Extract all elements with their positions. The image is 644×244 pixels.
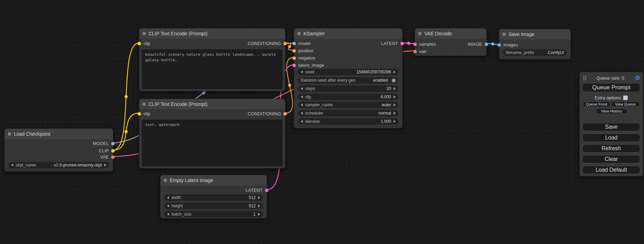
decrement-arrow-icon[interactable] [301, 71, 303, 73]
node-header[interactable]: CLIP Text Encode (Prompt) [139, 28, 285, 39]
widget-ckpt-name[interactable]: ckpt_name v1-5-pruned-emaonly.ckpt [8, 162, 109, 169]
vae-output-dot[interactable] [111, 155, 115, 159]
latent-input-dot[interactable] [292, 64, 296, 67]
collapse-toggle-icon[interactable] [418, 32, 422, 35]
toggle-indicator-icon[interactable] [392, 79, 396, 82]
load-default-button[interactable]: Load Default [582, 166, 640, 174]
latent-input-dot[interactable] [413, 43, 417, 46]
increment-arrow-icon[interactable] [394, 96, 396, 98]
queue-front-button[interactable]: Queue Front [583, 101, 610, 107]
collapse-toggle-icon[interactable] [164, 179, 167, 182]
increment-arrow-icon[interactable] [104, 164, 106, 166]
clip-input-dot[interactable] [138, 112, 141, 116]
collapse-toggle-icon[interactable] [142, 32, 146, 35]
node-header[interactable]: Save Image [499, 29, 571, 39]
output-slot-model: MODEL [93, 141, 115, 146]
slot-label: MODEL [93, 141, 109, 146]
node-clip-text-encode-negative[interactable]: CLIP Text Encode (Prompt) clip CONDITION… [139, 99, 285, 169]
node-ksampler[interactable]: KSampler model positive negative latent_… [294, 28, 403, 128]
model-output-dot[interactable] [111, 142, 115, 145]
widget-filename-prefix[interactable]: filename_prefix ComfyUI [503, 49, 567, 56]
prompt-textarea[interactable]: beautiful scenery nature glass bottle la… [142, 49, 282, 89]
latent-output-dot[interactable] [400, 42, 404, 45]
clear-button[interactable]: Clear [582, 155, 640, 163]
collapse-toggle-icon[interactable] [8, 132, 11, 136]
drag-handle-icon[interactable] [583, 76, 584, 77]
node-header[interactable]: Empty Latent Image [160, 175, 267, 186]
latent-output-dot[interactable] [265, 189, 268, 192]
increment-arrow-icon[interactable] [258, 196, 260, 199]
queue-panel: Queue size: 0 ⚙ Queue Prompt Extra optio… [579, 72, 643, 177]
conditioning-input-dot[interactable] [292, 56, 296, 60]
link-midpoint-dot [491, 43, 494, 46]
refresh-button[interactable]: Refresh [582, 144, 640, 153]
decrement-arrow-icon[interactable] [301, 120, 303, 123]
node-vae-decode[interactable]: VAE Decode samples vae IMAGE [415, 28, 487, 56]
node-empty-latent-image[interactable]: Empty Latent Image LATENT width 512 heig… [160, 175, 267, 219]
decrement-arrow-icon[interactable] [301, 87, 303, 90]
collapse-toggle-icon[interactable] [502, 33, 506, 36]
increment-arrow-icon[interactable] [394, 71, 396, 73]
node-header[interactable]: KSampler [294, 28, 402, 39]
view-queue-button[interactable]: View Queue [611, 101, 640, 107]
widget-height[interactable]: height 512 [164, 202, 263, 209]
widget-sampler-name[interactable]: sampler_name euler [298, 101, 399, 108]
node-header[interactable]: VAE Decode [415, 28, 486, 39]
widget-label: cfg [305, 94, 311, 99]
output-slot-latent: LATENT [381, 40, 404, 46]
prompt-textarea[interactable]: text, watermark [142, 120, 282, 166]
conditioning-output-dot[interactable] [283, 112, 287, 116]
widget-width[interactable]: width 512 [164, 194, 263, 201]
decrement-arrow-icon[interactable] [167, 205, 169, 207]
graph-canvas[interactable]: Load Checkpoint MODEL CLIP VAE ckpt_name… [0, 0, 644, 244]
increment-arrow-icon[interactable] [394, 120, 396, 123]
node-header[interactable]: Load Checkpoint [5, 129, 113, 139]
increment-arrow-icon[interactable] [394, 87, 396, 90]
node-load-checkpoint[interactable]: Load Checkpoint MODEL CLIP VAE ckpt_name… [4, 128, 113, 172]
output-slot-image: IMAGE [468, 41, 488, 47]
widget-batch-size[interactable]: batch_size 1 [164, 211, 263, 218]
clip-output-dot[interactable] [111, 149, 115, 153]
node-title: Save Image [509, 31, 535, 37]
settings-gear-icon[interactable]: ⚙ [635, 75, 640, 81]
queue-prompt-button[interactable]: Queue Prompt [582, 83, 640, 92]
load-button[interactable]: Load [582, 134, 640, 142]
image-input-dot[interactable] [497, 43, 501, 47]
decrement-arrow-icon[interactable] [167, 213, 169, 216]
widget-seed[interactable]: seed 156680208700286 [298, 69, 399, 75]
increment-arrow-icon[interactable] [394, 112, 396, 115]
collapse-toggle-icon[interactable] [297, 32, 301, 35]
input-slot-model: model [292, 40, 310, 46]
extra-options-checkbox[interactable] [623, 96, 628, 100]
model-input-dot[interactable] [292, 42, 296, 45]
widget-steps[interactable]: steps 20 [298, 85, 399, 92]
increment-arrow-icon[interactable] [394, 103, 396, 106]
node-header[interactable]: CLIP Text Encode (Prompt) [139, 99, 285, 109]
image-output-dot[interactable] [485, 43, 488, 46]
decrement-arrow-icon[interactable] [301, 112, 303, 115]
node-title: KSampler [303, 31, 325, 36]
slot-label: latent_image [298, 63, 324, 68]
collapse-toggle-icon[interactable] [142, 102, 146, 106]
decrement-arrow-icon[interactable] [301, 96, 303, 98]
vae-input-dot[interactable] [413, 50, 417, 53]
conditioning-input-dot[interactable] [292, 49, 296, 53]
view-history-button[interactable]: View History [596, 108, 627, 114]
save-button[interactable]: Save [582, 123, 640, 131]
decrement-arrow-icon[interactable] [11, 164, 13, 166]
conditioning-output-dot[interactable] [283, 42, 287, 45]
increment-arrow-icon[interactable] [258, 213, 260, 216]
node-title: Load Checkpoint [14, 131, 50, 137]
widget-random-seed-toggle[interactable]: Random seed after every gen enabled [298, 77, 399, 84]
node-clip-text-encode-positive[interactable]: CLIP Text Encode (Prompt) clip CONDITION… [139, 28, 285, 91]
clip-input-dot[interactable] [138, 42, 141, 45]
decrement-arrow-icon[interactable] [301, 103, 303, 106]
widget-denoise[interactable]: denoise 1.000 [298, 118, 399, 125]
link-midpoint-dot [125, 95, 128, 98]
increment-arrow-icon[interactable] [258, 205, 260, 207]
widget-scheduler[interactable]: scheduler normal [298, 110, 399, 117]
widget-cfg[interactable]: cfg 8.000 [298, 93, 399, 100]
decrement-arrow-icon[interactable] [167, 196, 169, 199]
widget-label: scheduler [305, 111, 323, 116]
node-save-image[interactable]: Save Image images filename_prefix ComfyU… [499, 29, 571, 60]
